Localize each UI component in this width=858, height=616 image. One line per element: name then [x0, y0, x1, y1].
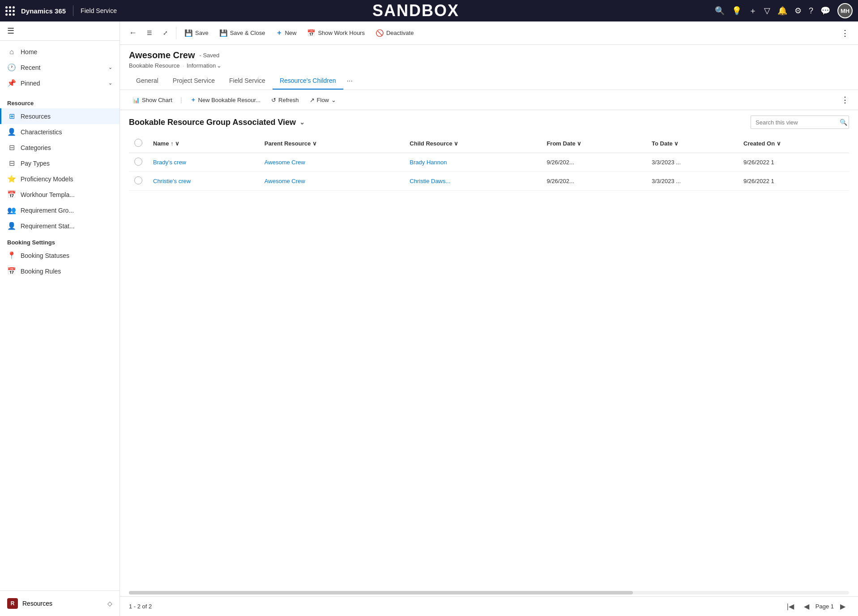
new-bookable-resource-button[interactable]: ＋ New Bookable Resour...	[187, 94, 264, 106]
search-input[interactable]	[751, 116, 835, 128]
sidebar-item-workhour-label: Workhour Templa...	[21, 191, 75, 198]
row1-created-on: 9/26/2022 1	[738, 153, 849, 172]
col-to-date[interactable]: To Date ∨	[646, 134, 738, 153]
back-button[interactable]: ←	[125, 26, 141, 39]
resource-group-table: Name ↑ ∨ Parent Resource ∨ Child Resourc…	[129, 134, 849, 191]
col-created-on[interactable]: Created On ∨	[738, 134, 849, 153]
search-box-icon[interactable]: 🔍	[835, 116, 849, 128]
sidebar-item-resources[interactable]: ⊞ Resources	[0, 108, 120, 124]
sidebar-item-proficiency[interactable]: ⭐ Proficiency Models	[0, 171, 120, 187]
sidebar-item-home[interactable]: ⌂ Home	[0, 44, 120, 60]
characteristics-icon: 👤	[7, 128, 16, 136]
tab-resources-children[interactable]: Resource's Children	[273, 73, 343, 90]
record-view-button[interactable]: ☰	[142, 27, 157, 39]
row2-child-resource[interactable]: Christie Daws...	[404, 172, 541, 191]
home-icon: ⌂	[7, 48, 16, 56]
add-icon[interactable]: ＋	[749, 5, 757, 16]
next-page-button[interactable]: ▶	[837, 600, 849, 612]
refresh-icon: ↺	[271, 97, 276, 103]
show-chart-button[interactable]: 📊 Show Chart	[129, 94, 176, 106]
recent-chevron-icon: ⌄	[108, 64, 112, 70]
new-button[interactable]: ＋ New	[271, 26, 301, 40]
sidebar-item-req-group[interactable]: 👥 Requirement Gro...	[0, 202, 120, 218]
recent-icon: 🕐	[7, 63, 16, 72]
table-row: Christie's crew Awesome Crew Christie Da…	[129, 172, 849, 191]
col-from-filter-icon: ∨	[577, 140, 581, 147]
col-from-date[interactable]: From Date ∨	[541, 134, 646, 153]
table-wrapper: Name ↑ ∨ Parent Resource ∨ Child Resourc…	[120, 134, 858, 589]
tab-field-service[interactable]: Field Service	[222, 73, 273, 90]
view-title-chevron-icon[interactable]: ⌄	[299, 119, 305, 126]
hamburger-menu[interactable]: ☰	[7, 26, 14, 35]
record-view-toggle[interactable]: Information ⌄	[187, 62, 222, 69]
filter-icon[interactable]: ▽	[764, 6, 770, 16]
view-chevron-icon: ⌄	[217, 62, 222, 69]
horizontal-scrollbar[interactable]	[129, 591, 849, 595]
row1-child-resource[interactable]: Brady Hannon	[404, 153, 541, 172]
resource-section-title: Resource	[0, 94, 120, 108]
toolbar-divider-1	[176, 27, 176, 39]
sidebar-item-pay-types[interactable]: ⊟ Pay Types	[0, 155, 120, 171]
sidebar-item-booking-statuses[interactable]: 📍 Booking Statuses	[0, 248, 120, 263]
apps-grid-icon[interactable]	[5, 6, 15, 16]
lightbulb-icon[interactable]: 💡	[732, 6, 742, 16]
sidebar-footer-resources[interactable]: R Resources ◇	[0, 595, 120, 612]
prev-page-button[interactable]: ◀	[800, 600, 813, 612]
col-name[interactable]: Name ↑ ∨	[148, 134, 259, 153]
sidebar-footer: R Resources ◇	[0, 590, 120, 616]
save-close-button[interactable]: 💾 Save & Close	[215, 26, 270, 40]
sub-content: 📊 Show Chart | ＋ New Bookable Resour... …	[120, 90, 858, 616]
save-button[interactable]: 💾 Save	[180, 26, 213, 40]
avatar[interactable]: MH	[837, 3, 853, 18]
col-child-resource[interactable]: Child Resource ∨	[404, 134, 541, 153]
col-parent-resource[interactable]: Parent Resource ∨	[259, 134, 404, 153]
record-view-icon: ☰	[147, 30, 152, 36]
sidebar-item-pinned[interactable]: 📌 Pinned ⌄	[0, 75, 120, 91]
row2-name[interactable]: Christie's crew	[148, 172, 259, 191]
help-icon[interactable]: ?	[809, 6, 813, 16]
tab-general[interactable]: General	[129, 73, 166, 90]
search-box[interactable]: 🔍	[751, 116, 849, 129]
workhour-icon: 📅	[7, 190, 16, 199]
record-view-label: Information	[187, 62, 216, 69]
more-options-icon[interactable]: ⋮	[837, 26, 853, 40]
search-icon[interactable]: 🔍	[715, 6, 725, 16]
tab-project-service[interactable]: Project Service	[166, 73, 222, 90]
row2-parent-resource[interactable]: Awesome Crew	[259, 172, 404, 191]
row1-checkbox-cell[interactable]	[129, 153, 148, 172]
tabs-more-icon[interactable]: ···	[343, 73, 356, 89]
row1-checkbox[interactable]	[134, 158, 142, 166]
show-work-hours-button[interactable]: 📅 Show Work Hours	[303, 26, 369, 40]
sidebar: ☰ ⌂ Home 🕐 Recent ⌄ 📌 Pinned ⌄ Resource …	[0, 21, 120, 616]
col-parent-label: Parent Resource	[265, 140, 311, 147]
select-all-checkbox[interactable]	[134, 139, 142, 147]
select-all-header[interactable]	[129, 134, 148, 153]
chart-icon: 📊	[132, 97, 140, 103]
sidebar-item-req-stat[interactable]: 👤 Requirement Stat...	[0, 218, 120, 234]
first-page-button[interactable]: |◀	[783, 600, 798, 612]
bell-icon[interactable]: 🔔	[777, 6, 787, 16]
sidebar-item-booking-rules[interactable]: 📅 Booking Rules	[0, 263, 120, 279]
row2-created-on: 9/26/2022 1	[738, 172, 849, 191]
scroll-thumb[interactable]	[129, 591, 633, 595]
open-new-window-button[interactable]: ⤢	[158, 27, 172, 39]
sidebar-item-home-label: Home	[21, 48, 37, 56]
table-row: Brady's crew Awesome Crew Brady Hannon 9…	[129, 153, 849, 172]
refresh-button[interactable]: ↺ Refresh	[268, 94, 303, 106]
sidebar-item-workhour[interactable]: 📅 Workhour Templa...	[0, 187, 120, 202]
sidebar-item-categories[interactable]: ⊟ Categories	[0, 140, 120, 155]
deactivate-button[interactable]: 🚫 Deactivate	[371, 26, 418, 40]
row1-name[interactable]: Brady's crew	[148, 153, 259, 172]
sub-toolbar-more-icon[interactable]: ⋮	[841, 95, 849, 105]
row2-checkbox-cell[interactable]	[129, 172, 148, 191]
sidebar-item-recent[interactable]: 🕐 Recent ⌄	[0, 60, 120, 75]
row2-from-date: 9/26/202...	[541, 172, 646, 191]
settings-icon[interactable]: ⚙	[794, 6, 802, 16]
flow-button[interactable]: ↗ Flow ⌄	[306, 94, 340, 106]
sidebar-item-req-stat-label: Requirement Stat...	[21, 222, 75, 230]
sidebar-item-characteristics[interactable]: 👤 Characteristics	[0, 124, 120, 140]
chat-icon[interactable]: 💬	[820, 6, 830, 16]
row1-parent-resource[interactable]: Awesome Crew	[259, 153, 404, 172]
row2-checkbox[interactable]	[134, 176, 142, 184]
booking-statuses-icon: 📍	[7, 251, 16, 260]
